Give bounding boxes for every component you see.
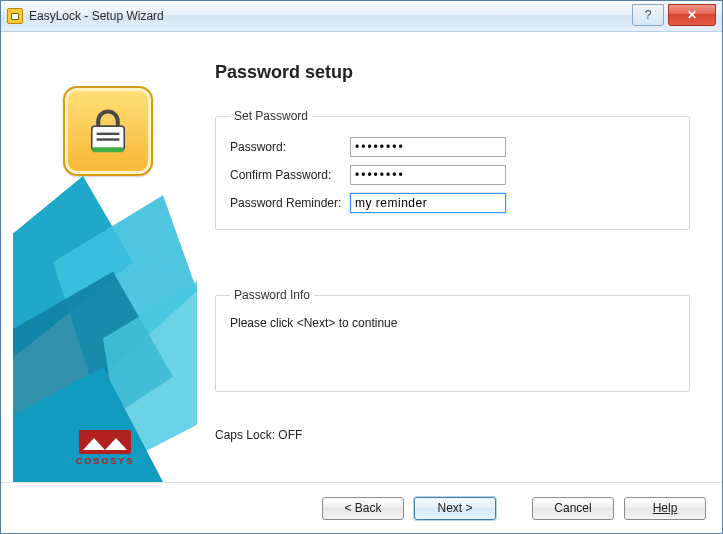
- svg-rect-3: [92, 147, 125, 152]
- brand-logo-icon: [79, 430, 131, 454]
- titlebar-help-button[interactable]: ?: [632, 4, 664, 26]
- setup-wizard-window: EasyLock - Setup Wizard ? ✕: [0, 0, 723, 534]
- app-icon: [7, 8, 23, 24]
- set-password-legend: Set Password: [230, 109, 312, 123]
- password-info-message: Please click <Next> to continue: [230, 316, 397, 330]
- wizard-buttons: < Back Next > Cancel Help: [1, 483, 722, 533]
- set-password-group: Set Password Password: Confirm Password:…: [215, 109, 690, 230]
- close-icon: ✕: [687, 8, 697, 22]
- password-reminder-input[interactable]: [350, 193, 506, 213]
- password-input[interactable]: [350, 137, 506, 157]
- window-title: EasyLock - Setup Wizard: [29, 9, 164, 23]
- confirm-password-label: Confirm Password:: [230, 168, 342, 182]
- brand-name: COSOSYS: [76, 456, 135, 466]
- back-button[interactable]: < Back: [322, 497, 404, 520]
- svg-rect-1: [97, 133, 120, 135]
- wizard-banner: COSOSYS: [13, 46, 197, 482]
- svg-rect-2: [97, 138, 120, 140]
- password-label: Password:: [230, 140, 342, 154]
- help-button[interactable]: Help: [624, 497, 706, 520]
- password-info-group: Password Info Please click <Next> to con…: [215, 288, 690, 392]
- password-reminder-label: Password Reminder:: [230, 196, 342, 210]
- password-info-legend: Password Info: [230, 288, 314, 302]
- titlebar: EasyLock - Setup Wizard ? ✕: [1, 1, 722, 32]
- confirm-password-input[interactable]: [350, 165, 506, 185]
- brand: COSOSYS: [13, 430, 197, 466]
- help-icon: ?: [645, 8, 652, 22]
- caps-lock-status: Caps Lock: OFF: [215, 428, 690, 442]
- wizard-page: Password setup Set Password Password: Co…: [197, 46, 710, 482]
- page-title: Password setup: [215, 62, 690, 83]
- lock-icon: [63, 86, 153, 176]
- next-button[interactable]: Next >: [414, 497, 496, 520]
- cancel-button[interactable]: Cancel: [532, 497, 614, 520]
- titlebar-close-button[interactable]: ✕: [668, 4, 716, 26]
